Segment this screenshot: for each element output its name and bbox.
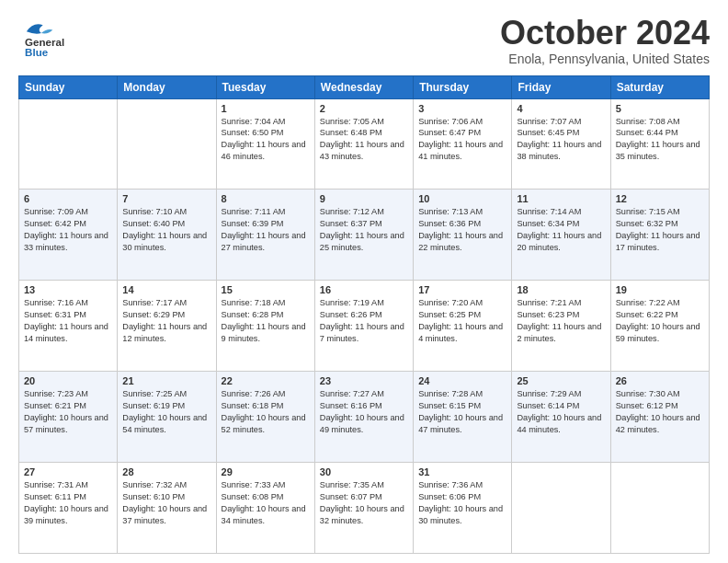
calendar-cell: 31Sunrise: 7:36 AMSunset: 6:06 PMDayligh… (414, 463, 512, 554)
day-number: 4 (517, 103, 605, 114)
day-number: 30 (320, 466, 408, 477)
calendar-cell: 4Sunrise: 7:07 AMSunset: 6:45 PMDaylight… (512, 98, 610, 190)
calendar-cell: 18Sunrise: 7:21 AMSunset: 6:23 PMDayligh… (512, 281, 610, 372)
calendar-cell: 7Sunrise: 7:10 AMSunset: 6:40 PMDaylight… (118, 190, 216, 281)
day-number: 13 (24, 284, 112, 295)
day-info: Sunrise: 7:35 AMSunset: 6:07 PMDaylight:… (320, 479, 408, 527)
calendar-cell: 26Sunrise: 7:30 AMSunset: 6:12 PMDayligh… (610, 372, 709, 463)
header-friday: Friday (512, 75, 610, 98)
day-number: 9 (320, 193, 408, 204)
month-title: October 2024 (500, 15, 710, 52)
day-number: 12 (616, 193, 704, 204)
day-info: Sunrise: 7:25 AMSunset: 6:19 PMDaylight:… (122, 388, 210, 436)
day-info: Sunrise: 7:05 AMSunset: 6:48 PMDaylight:… (320, 116, 408, 164)
day-info: Sunrise: 7:17 AMSunset: 6:29 PMDaylight:… (122, 297, 210, 345)
calendar-cell: 27Sunrise: 7:31 AMSunset: 6:11 PMDayligh… (19, 463, 118, 554)
day-info: Sunrise: 7:36 AMSunset: 6:06 PMDaylight:… (418, 479, 506, 527)
calendar-cell: 17Sunrise: 7:20 AMSunset: 6:25 PMDayligh… (414, 281, 512, 372)
day-info: Sunrise: 7:20 AMSunset: 6:25 PMDaylight:… (418, 297, 506, 345)
calendar-cell (19, 98, 118, 190)
calendar-cell: 1Sunrise: 7:04 AMSunset: 6:50 PMDaylight… (216, 98, 314, 190)
day-info: Sunrise: 7:22 AMSunset: 6:22 PMDaylight:… (616, 297, 704, 345)
calendar-week-4: 20Sunrise: 7:23 AMSunset: 6:21 PMDayligh… (19, 372, 710, 463)
day-number: 23 (320, 375, 408, 386)
day-number: 1 (222, 103, 310, 114)
day-number: 26 (616, 375, 704, 386)
day-number: 11 (517, 193, 605, 204)
day-info: Sunrise: 7:08 AMSunset: 6:44 PMDaylight:… (616, 116, 704, 164)
calendar-cell: 8Sunrise: 7:11 AMSunset: 6:39 PMDaylight… (216, 190, 314, 281)
day-number: 18 (517, 284, 605, 295)
header-thursday: Thursday (414, 75, 512, 98)
calendar-cell: 21Sunrise: 7:25 AMSunset: 6:19 PMDayligh… (118, 372, 216, 463)
day-number: 19 (616, 284, 704, 295)
day-number: 8 (222, 193, 310, 204)
calendar-week-3: 13Sunrise: 7:16 AMSunset: 6:31 PMDayligh… (19, 281, 710, 372)
day-info: Sunrise: 7:31 AMSunset: 6:11 PMDaylight:… (24, 479, 112, 527)
calendar-cell: 19Sunrise: 7:22 AMSunset: 6:22 PMDayligh… (610, 281, 709, 372)
calendar-cell: 29Sunrise: 7:33 AMSunset: 6:08 PMDayligh… (216, 463, 314, 554)
day-info: Sunrise: 7:33 AMSunset: 6:08 PMDaylight:… (222, 479, 310, 527)
day-info: Sunrise: 7:04 AMSunset: 6:50 PMDaylight:… (222, 116, 310, 164)
day-number: 10 (418, 193, 506, 204)
day-number: 7 (122, 193, 210, 204)
calendar-body: 1Sunrise: 7:04 AMSunset: 6:50 PMDaylight… (19, 98, 710, 553)
calendar-week-5: 27Sunrise: 7:31 AMSunset: 6:11 PMDayligh… (19, 463, 710, 554)
day-number: 24 (418, 375, 506, 386)
day-info: Sunrise: 7:18 AMSunset: 6:28 PMDaylight:… (222, 297, 310, 345)
day-info: Sunrise: 7:23 AMSunset: 6:21 PMDaylight:… (24, 388, 112, 436)
day-info: Sunrise: 7:19 AMSunset: 6:26 PMDaylight:… (320, 297, 408, 345)
day-number: 3 (418, 103, 506, 114)
day-number: 17 (418, 284, 506, 295)
day-info: Sunrise: 7:15 AMSunset: 6:32 PMDaylight:… (616, 206, 704, 254)
calendar-cell (512, 463, 610, 554)
header: General Blue October 2024 Enola, Pennsyl… (18, 15, 710, 66)
day-info: Sunrise: 7:26 AMSunset: 6:18 PMDaylight:… (222, 388, 310, 436)
calendar-cell: 20Sunrise: 7:23 AMSunset: 6:21 PMDayligh… (19, 372, 118, 463)
day-info: Sunrise: 7:16 AMSunset: 6:31 PMDaylight:… (24, 297, 112, 345)
header-wednesday: Wednesday (314, 75, 413, 98)
calendar-cell: 23Sunrise: 7:27 AMSunset: 6:16 PMDayligh… (314, 372, 413, 463)
day-info: Sunrise: 7:28 AMSunset: 6:15 PMDaylight:… (418, 388, 506, 436)
calendar-cell: 28Sunrise: 7:32 AMSunset: 6:10 PMDayligh… (118, 463, 216, 554)
calendar-cell: 25Sunrise: 7:29 AMSunset: 6:14 PMDayligh… (512, 372, 610, 463)
calendar-cell: 16Sunrise: 7:19 AMSunset: 6:26 PMDayligh… (314, 281, 413, 372)
calendar-cell: 2Sunrise: 7:05 AMSunset: 6:48 PMDaylight… (314, 98, 413, 190)
day-number: 15 (222, 284, 310, 295)
calendar-week-1: 1Sunrise: 7:04 AMSunset: 6:50 PMDaylight… (19, 98, 710, 190)
location: Enola, Pennsylvania, United States (500, 52, 710, 66)
day-info: Sunrise: 7:13 AMSunset: 6:36 PMDaylight:… (418, 206, 506, 254)
weekday-row: Sunday Monday Tuesday Wednesday Thursday… (19, 75, 710, 98)
day-info: Sunrise: 7:21 AMSunset: 6:23 PMDaylight:… (517, 297, 605, 345)
header-tuesday: Tuesday (216, 75, 314, 98)
day-info: Sunrise: 7:32 AMSunset: 6:10 PMDaylight:… (122, 479, 210, 527)
day-info: Sunrise: 7:10 AMSunset: 6:40 PMDaylight:… (122, 206, 210, 254)
day-info: Sunrise: 7:30 AMSunset: 6:12 PMDaylight:… (616, 388, 704, 436)
calendar-cell: 10Sunrise: 7:13 AMSunset: 6:36 PMDayligh… (414, 190, 512, 281)
day-number: 2 (320, 103, 408, 114)
logo: General Blue (18, 15, 92, 61)
day-number: 25 (517, 375, 605, 386)
calendar-cell: 3Sunrise: 7:06 AMSunset: 6:47 PMDaylight… (414, 98, 512, 190)
calendar-cell: 11Sunrise: 7:14 AMSunset: 6:34 PMDayligh… (512, 190, 610, 281)
day-info: Sunrise: 7:09 AMSunset: 6:42 PMDaylight:… (24, 206, 112, 254)
calendar-week-2: 6Sunrise: 7:09 AMSunset: 6:42 PMDaylight… (19, 190, 710, 281)
svg-text:Blue: Blue (25, 47, 49, 58)
day-number: 22 (222, 375, 310, 386)
day-info: Sunrise: 7:11 AMSunset: 6:39 PMDaylight:… (222, 206, 310, 254)
day-info: Sunrise: 7:29 AMSunset: 6:14 PMDaylight:… (517, 388, 605, 436)
calendar-cell: 6Sunrise: 7:09 AMSunset: 6:42 PMDaylight… (19, 190, 118, 281)
day-number: 28 (122, 466, 210, 477)
day-info: Sunrise: 7:27 AMSunset: 6:16 PMDaylight:… (320, 388, 408, 436)
day-number: 5 (616, 103, 704, 114)
day-number: 29 (222, 466, 310, 477)
calendar-cell: 15Sunrise: 7:18 AMSunset: 6:28 PMDayligh… (216, 281, 314, 372)
calendar-cell: 5Sunrise: 7:08 AMSunset: 6:44 PMDaylight… (610, 98, 709, 190)
logo-svg: General Blue (18, 15, 92, 61)
day-info: Sunrise: 7:07 AMSunset: 6:45 PMDaylight:… (517, 116, 605, 164)
calendar-header: Sunday Monday Tuesday Wednesday Thursday… (19, 75, 710, 98)
calendar-cell: 12Sunrise: 7:15 AMSunset: 6:32 PMDayligh… (610, 190, 709, 281)
calendar-cell (118, 98, 216, 190)
day-number: 27 (24, 466, 112, 477)
day-info: Sunrise: 7:12 AMSunset: 6:37 PMDaylight:… (320, 206, 408, 254)
